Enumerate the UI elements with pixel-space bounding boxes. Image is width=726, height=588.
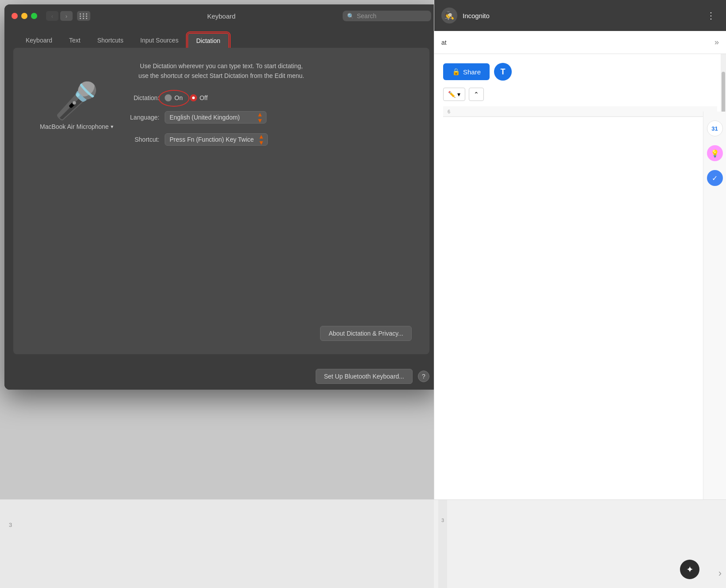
dictation-on-option[interactable]: On bbox=[165, 94, 183, 101]
page-number-left: 3 bbox=[438, 500, 447, 588]
mic-dropdown-arrow[interactable]: ▾ bbox=[111, 124, 113, 130]
on-circle-annotation bbox=[158, 90, 189, 107]
address-bar: at » bbox=[434, 31, 726, 54]
tab-input-sources[interactable]: Input Sources bbox=[132, 33, 186, 47]
address-text: at bbox=[441, 39, 710, 46]
traffic-lights bbox=[12, 13, 37, 19]
share-bar: 🔒 Share T bbox=[443, 63, 717, 81]
incognito-icon: 🕵 bbox=[441, 8, 457, 23]
back-button[interactable]: ‹ bbox=[46, 11, 58, 21]
on-radio-button[interactable] bbox=[165, 94, 172, 101]
tab-shortcuts[interactable]: Shortcuts bbox=[89, 33, 131, 47]
incognito-label: Incognito bbox=[463, 12, 698, 19]
content-area: Use Dictation wherever you can type text… bbox=[13, 48, 429, 354]
edit-button[interactable]: ✏️ ▾ bbox=[443, 88, 465, 101]
language-label: Language: bbox=[120, 114, 159, 121]
tab-text[interactable]: Text bbox=[61, 33, 89, 47]
settings-form: Dictation: On Off Language: bbox=[120, 94, 412, 146]
ai-assistant-button[interactable]: ✦ bbox=[680, 560, 699, 579]
dictation-row: Dictation: On Off bbox=[120, 94, 412, 101]
dictation-field-label: Dictation: bbox=[120, 94, 159, 101]
bottom-bar: Set Up Bluetooth Keyboard... ? bbox=[4, 363, 438, 390]
microphone-icon: 🎤 bbox=[54, 83, 99, 119]
microphone-label: MacBook Air Microphone ▾ bbox=[40, 123, 113, 130]
window-title: Keyboard bbox=[207, 12, 236, 20]
bluetooth-keyboard-button[interactable]: Set Up Bluetooth Keyboard... bbox=[316, 369, 413, 384]
forward-icon: › bbox=[66, 13, 67, 19]
collapse-button[interactable]: ⌃ bbox=[469, 88, 484, 101]
off-radio-label: Off bbox=[200, 94, 208, 101]
keyboard-settings-window: ‹ › Keyboard 🔍 Search Keyboard Text bbox=[4, 4, 438, 390]
search-placeholder: Search bbox=[357, 12, 376, 19]
tab-dictation-wrapper: Dictation bbox=[187, 33, 229, 48]
shortcut-select-wrapper: Press Fn (Function) Key Twice ▲▼ bbox=[165, 133, 268, 146]
microphone-area: 🎤 MacBook Air Microphone ▾ bbox=[40, 83, 113, 130]
dictation-radio-group: On Off bbox=[165, 94, 208, 101]
browser-toolbar: 🕵 Incognito ⋮ bbox=[434, 0, 726, 31]
shortcut-row: Shortcut: Press Fn (Function) Key Twice … bbox=[120, 133, 412, 146]
tab-dictation[interactable]: Dictation bbox=[187, 33, 229, 48]
language-row: Language: English (United Kingdom) ▲▼ bbox=[120, 111, 412, 124]
search-icon: 🔍 bbox=[347, 13, 354, 19]
page-number-3: 3 bbox=[9, 522, 12, 528]
shortcut-label: Shortcut: bbox=[120, 136, 159, 143]
off-radio-button[interactable] bbox=[190, 94, 197, 101]
grid-icon bbox=[80, 13, 88, 19]
about-dictation-button[interactable]: About Dictation & Privacy... bbox=[320, 326, 412, 341]
tab-keyboard[interactable]: Keyboard bbox=[18, 33, 60, 47]
chevron-right-icon: » bbox=[714, 38, 719, 47]
avatar-button[interactable]: T bbox=[494, 63, 512, 81]
lock-icon: 🔒 bbox=[452, 68, 460, 76]
chevron-up-icon: ⌃ bbox=[474, 91, 479, 98]
bottom-page-area: 3 bbox=[0, 499, 434, 588]
nav-right-button[interactable]: › bbox=[718, 568, 722, 579]
calendar-icon[interactable]: 31 bbox=[707, 120, 723, 136]
back-icon: ‹ bbox=[51, 13, 53, 19]
notes-icon[interactable]: 💡 bbox=[707, 145, 723, 161]
shortcut-select[interactable]: Press Fn (Function) Key Twice bbox=[165, 133, 268, 146]
forward-button[interactable]: › bbox=[60, 11, 73, 21]
browser-menu-button[interactable]: ⋮ bbox=[703, 8, 719, 23]
search-box[interactable]: 🔍 Search bbox=[343, 11, 431, 21]
language-select-wrapper: English (United Kingdom) ▲▼ bbox=[165, 111, 266, 124]
on-radio-label: On bbox=[174, 94, 183, 101]
tabs-bar: Keyboard Text Shortcuts Input Sources Di… bbox=[4, 27, 438, 48]
tasks-icon[interactable]: ✓ bbox=[707, 170, 723, 186]
pencil-icon: ✏️ bbox=[448, 91, 456, 98]
language-select[interactable]: English (United Kingdom) bbox=[165, 111, 266, 124]
chevron-down-icon: ▾ bbox=[457, 91, 460, 98]
titlebar: ‹ › Keyboard 🔍 Search bbox=[4, 4, 438, 27]
ruler: 6 bbox=[443, 106, 717, 117]
grid-button[interactable] bbox=[77, 11, 90, 21]
bottom-browser-area: 3 ✦ › bbox=[434, 499, 726, 588]
minimize-button[interactable] bbox=[21, 13, 27, 19]
page-numbers: 3 bbox=[9, 508, 12, 528]
close-button[interactable] bbox=[12, 13, 18, 19]
dictation-off-option[interactable]: Off bbox=[190, 94, 208, 101]
nav-buttons: ‹ › bbox=[46, 11, 73, 21]
help-button[interactable]: ? bbox=[418, 371, 429, 382]
maximize-button[interactable] bbox=[31, 13, 37, 19]
description-text: Use Dictation wherever you can type text… bbox=[31, 61, 412, 81]
editor-toolbar: ✏️ ▾ ⌃ bbox=[443, 88, 717, 101]
share-button[interactable]: 🔒 Share bbox=[443, 63, 490, 80]
